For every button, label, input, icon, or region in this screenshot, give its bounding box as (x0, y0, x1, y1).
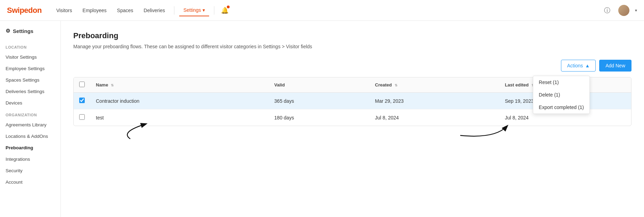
sidebar-item-integrations[interactable]: Integrations (0, 153, 60, 165)
sidebar-item-employee-settings[interactable]: Employee Settings (0, 63, 60, 74)
user-avatar[interactable] (618, 5, 629, 16)
row1-created: Mar 29, 2023 (370, 93, 499, 109)
page-title: Preboarding (73, 31, 631, 40)
nav-spaces[interactable]: Spaces (113, 5, 138, 16)
logo[interactable]: Swipedon (7, 6, 42, 15)
avatar-image (618, 5, 629, 16)
settings-label: Settings (183, 7, 201, 13)
col-created-label: Created (375, 82, 392, 87)
select-all-checkbox[interactable] (79, 82, 85, 87)
row1-valid: 365 days (269, 93, 370, 109)
nav-right: ⓘ ▾ (602, 5, 637, 16)
page-description: Manage your preboarding flows. These can… (73, 44, 631, 49)
notification-badge (227, 6, 230, 8)
row1-checkbox-cell (74, 93, 90, 109)
sidebar-item-deliveries-settings[interactable]: Deliveries Settings (0, 86, 60, 97)
created-sort-icon[interactable]: ⇅ (395, 83, 397, 87)
actions-dropdown: Reset (1) Delete (1) Export completed (1… (533, 76, 590, 114)
col-last-edited-label: Last edited (505, 82, 529, 87)
dropdown-item-delete[interactable]: Delete (1) (533, 89, 589, 101)
nav-deliveries[interactable]: Deliveries (140, 5, 169, 16)
row2-name: test (90, 109, 269, 126)
sidebar-item-spaces-settings[interactable]: Spaces Settings (0, 74, 60, 86)
layout: ⚙ Settings LOCATION Visitor Settings Emp… (0, 21, 644, 217)
sidebar-item-locations-addons[interactable]: Locations & AddOns (0, 131, 60, 142)
sidebar-section-organization: ORGANIZATION (0, 109, 60, 119)
col-valid: Valid (269, 77, 370, 93)
name-sort-icon[interactable]: ⇅ (111, 83, 114, 87)
sidebar-section-location: LOCATION (0, 41, 60, 51)
row2-valid: 180 days (269, 109, 370, 126)
nav-settings[interactable]: Settings ▾ (179, 5, 209, 16)
nav-divider (174, 6, 174, 15)
top-nav: Swipedon Visitors Employees Spaces Deliv… (0, 0, 644, 21)
sidebar-item-security[interactable]: Security (0, 165, 60, 176)
row2-checkbox-cell (74, 109, 90, 126)
main-content: Preboarding Manage your preboarding flow… (61, 21, 644, 217)
sidebar-header: ⚙ Settings (0, 28, 60, 41)
sidebar: ⚙ Settings LOCATION Visitor Settings Emp… (0, 21, 61, 217)
sidebar-item-agreements[interactable]: Agreements Library (0, 119, 60, 131)
actions-label: Actions (567, 63, 583, 68)
add-new-button[interactable]: Add New (599, 60, 631, 72)
gear-icon: ⚙ (6, 28, 10, 34)
dropdown-item-reset[interactable]: Reset (1) (533, 76, 589, 89)
sidebar-item-preboarding[interactable]: Preboarding (0, 142, 60, 153)
nav-employees[interactable]: Employees (79, 5, 111, 16)
sidebar-item-account[interactable]: Account (0, 176, 60, 188)
row1-checkbox[interactable] (79, 98, 85, 103)
col-created: Created ⇅ (370, 77, 499, 93)
sidebar-item-devices[interactable]: Devices (0, 97, 60, 109)
nav-divider-2 (214, 6, 214, 15)
toolbar: Actions ▲ Add New Reset (1) Delete (1) E… (73, 60, 631, 72)
actions-chevron-icon: ▲ (585, 63, 590, 68)
info-btn[interactable]: ⓘ (602, 5, 613, 16)
notification-bell-btn[interactable]: 🔔 (219, 5, 230, 16)
user-chevron[interactable]: ▾ (635, 8, 637, 13)
nav-visitors[interactable]: Visitors (52, 5, 76, 16)
col-valid-label: Valid (274, 82, 285, 87)
dropdown-item-export[interactable]: Export completed (1) (533, 101, 589, 114)
sidebar-item-visitor-settings[interactable]: Visitor Settings (0, 51, 60, 63)
row2-created: Jul 8, 2024 (370, 109, 499, 126)
settings-chevron: ▾ (203, 7, 205, 13)
row1-name: Contractor induction (90, 93, 269, 109)
sidebar-title: Settings (13, 28, 33, 34)
nav-links: Visitors Employees Spaces Deliveries Set… (52, 5, 602, 16)
row2-checkbox[interactable] (79, 114, 85, 120)
actions-button[interactable]: Actions ▲ (561, 60, 596, 72)
col-name: Name ⇅ (90, 77, 269, 93)
col-name-label: Name (96, 82, 108, 87)
select-all-cell (74, 77, 90, 93)
